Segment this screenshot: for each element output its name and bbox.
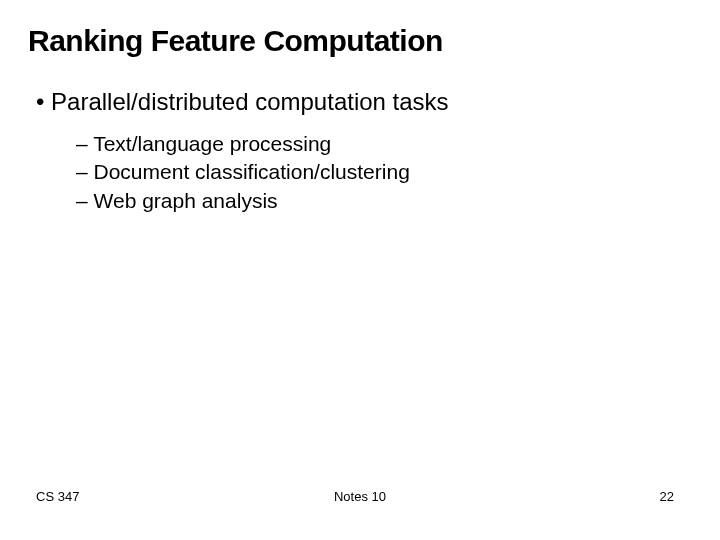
footer-left: CS 347	[36, 489, 79, 504]
footer-center: Notes 10	[334, 489, 386, 504]
bullet-level2-item: – Web graph analysis	[76, 187, 692, 215]
footer-right: 22	[660, 489, 674, 504]
bullet-level2-item: – Document classification/clustering	[76, 158, 692, 186]
slide-footer: CS 347 Notes 10 22	[0, 489, 720, 504]
slide-title: Ranking Feature Computation	[28, 24, 692, 58]
bullet-level2-item: – Text/language processing	[76, 130, 692, 158]
bullet-level1: • Parallel/distributed computation tasks	[36, 88, 692, 116]
